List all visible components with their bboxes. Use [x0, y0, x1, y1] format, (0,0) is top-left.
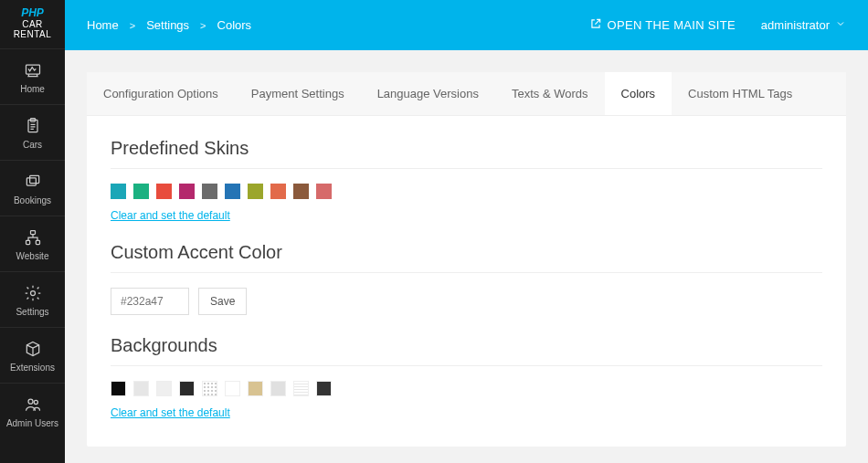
- skin-swatch[interactable]: [316, 184, 332, 199]
- clear-predefined-link[interactable]: Clear and set the default: [111, 209, 230, 222]
- pages-icon: [23, 172, 43, 192]
- settings-card: Configuration Options Payment Settings L…: [87, 72, 846, 447]
- sidebar-item-label: Settings: [16, 307, 48, 317]
- tab-texts-words[interactable]: Texts & Words: [495, 72, 605, 115]
- svg-point-10: [34, 400, 37, 404]
- sitemap-icon: [23, 227, 43, 247]
- user-label: administrator: [761, 18, 830, 32]
- svg-rect-7: [36, 240, 39, 244]
- skin-swatch[interactable]: [156, 184, 172, 199]
- clipboard-icon: [23, 116, 43, 136]
- chevron-right-icon: >: [130, 20, 135, 31]
- skin-swatch[interactable]: [248, 184, 263, 199]
- svg-rect-0: [26, 65, 39, 74]
- bg-swatch[interactable]: [133, 381, 149, 396]
- accent-color-input[interactable]: [111, 288, 189, 315]
- svg-rect-4: [29, 175, 38, 183]
- sidebar-item-extensions[interactable]: Extensions: [0, 327, 65, 383]
- skin-swatch[interactable]: [293, 184, 309, 199]
- bg-swatch[interactable]: [156, 381, 172, 396]
- svg-rect-6: [26, 240, 29, 244]
- skin-swatch[interactable]: [202, 184, 217, 199]
- svg-rect-5: [30, 230, 35, 234]
- sidebar-item-website[interactable]: Website: [0, 216, 65, 271]
- predefined-swatches: [111, 184, 822, 199]
- brand-line3: RENTAL: [0, 29, 65, 39]
- breadcrumb-home[interactable]: Home: [87, 18, 119, 32]
- sidebar-item-home[interactable]: Home: [0, 48, 65, 104]
- external-link-icon: [589, 17, 602, 33]
- sidebar-item-bookings[interactable]: Bookings: [0, 160, 65, 216]
- divider: [111, 365, 822, 366]
- bg-swatch[interactable]: [111, 381, 126, 396]
- skin-swatch[interactable]: [270, 184, 286, 199]
- bg-swatch[interactable]: [179, 381, 195, 396]
- tab-custom-html-tags[interactable]: Custom HTML Tags: [672, 72, 809, 115]
- sidebar-item-cars[interactable]: Cars: [0, 104, 65, 160]
- sidebar-item-label: Bookings: [14, 195, 51, 205]
- cube-icon: [23, 339, 43, 359]
- breadcrumb-colors: Colors: [217, 18, 252, 32]
- bg-swatch[interactable]: [202, 381, 217, 396]
- user-menu[interactable]: administrator: [761, 18, 846, 32]
- users-icon: [23, 395, 43, 415]
- open-site-link[interactable]: OPEN THE MAIN SITE: [589, 17, 736, 33]
- skin-swatch[interactable]: [111, 184, 126, 199]
- skin-swatch[interactable]: [179, 184, 195, 199]
- chevron-right-icon: >: [200, 20, 206, 31]
- gear-icon: [23, 283, 43, 303]
- divider: [111, 272, 822, 273]
- tab-language-versions[interactable]: Language Versions: [361, 72, 495, 115]
- sidebar-item-admin-users[interactable]: Admin Users: [0, 383, 65, 438]
- tab-payment-settings[interactable]: Payment Settings: [235, 72, 361, 115]
- sidebar-item-settings[interactable]: Settings: [0, 271, 65, 327]
- svg-point-8: [30, 290, 35, 295]
- tab-configuration-options[interactable]: Configuration Options: [87, 72, 235, 115]
- brand-line2: CAR: [0, 19, 65, 29]
- skin-swatch[interactable]: [133, 184, 149, 199]
- sidebar-item-label: Cars: [23, 140, 42, 150]
- sidebar-item-label: Website: [16, 251, 49, 261]
- sidebar: PHP CAR RENTAL Home Cars Bookings: [0, 0, 65, 463]
- brand-line1: PHP: [0, 7, 65, 19]
- section-title-custom-accent: Custom Accent Color: [111, 242, 822, 263]
- breadcrumb: Home > Settings > Colors: [87, 18, 251, 32]
- monitor-icon: [23, 60, 43, 80]
- section-title-backgrounds: Backgrounds: [111, 335, 822, 356]
- chevron-down-icon: [835, 18, 846, 32]
- bg-swatch[interactable]: [293, 381, 309, 396]
- sidebar-item-label: Admin Users: [6, 418, 58, 428]
- bg-swatch[interactable]: [270, 381, 286, 396]
- svg-point-9: [28, 399, 33, 404]
- svg-rect-3: [26, 178, 36, 185]
- sidebar-item-label: Extensions: [10, 363, 55, 373]
- background-swatches: [111, 381, 822, 396]
- divider: [111, 168, 822, 169]
- open-site-label: OPEN THE MAIN SITE: [608, 18, 736, 32]
- sidebar-item-label: Home: [20, 84, 45, 94]
- bg-swatch[interactable]: [316, 381, 332, 396]
- clear-backgrounds-link[interactable]: Clear and set the default: [111, 406, 230, 419]
- save-button[interactable]: Save: [198, 288, 247, 315]
- breadcrumb-settings[interactable]: Settings: [146, 18, 189, 32]
- bg-swatch[interactable]: [225, 381, 240, 396]
- section-title-predefined: Predefined Skins: [111, 138, 822, 159]
- brand: PHP CAR RENTAL: [0, 0, 65, 48]
- topbar: Home > Settings > Colors OPEN THE MAIN S…: [65, 0, 868, 50]
- tabs: Configuration Options Payment Settings L…: [87, 72, 846, 116]
- tab-colors[interactable]: Colors: [605, 72, 672, 115]
- skin-swatch[interactable]: [225, 184, 240, 199]
- main: Home > Settings > Colors OPEN THE MAIN S…: [65, 0, 868, 463]
- bg-swatch[interactable]: [248, 381, 263, 396]
